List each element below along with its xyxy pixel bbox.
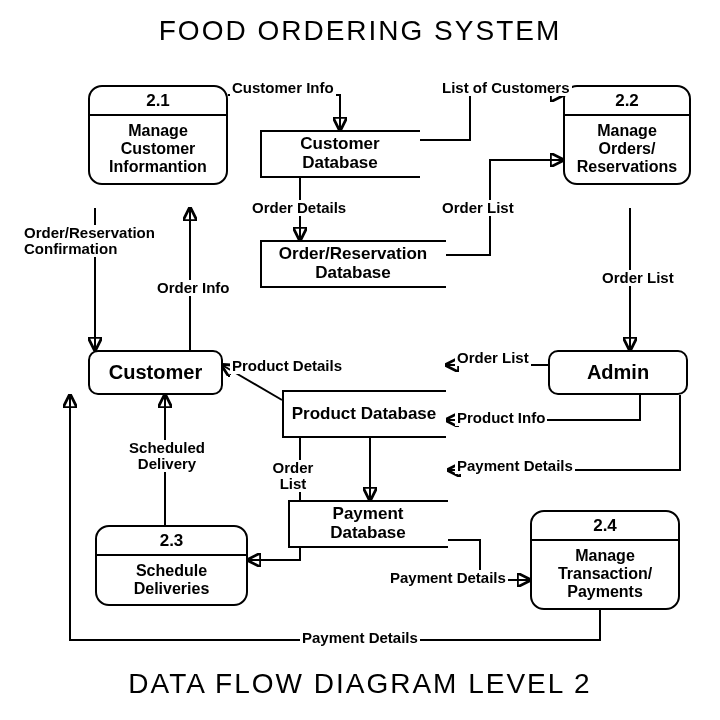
process-label: Manage Transaction/ Payments	[532, 541, 678, 608]
flow-label: Order List	[600, 270, 676, 286]
process-number: 2.3	[97, 527, 246, 556]
flow-label: Payment Details	[388, 570, 508, 586]
entity-customer: Customer	[88, 350, 223, 395]
datastore-product-db: Product Database	[282, 390, 446, 438]
flow-label: Payment Details	[455, 458, 575, 474]
datastore-label: Order/Reservation Database	[268, 245, 438, 282]
flow-label: Product Details	[230, 358, 344, 374]
process-number: 2.2	[565, 87, 689, 116]
flow-label: Order/Reservation Confirmation	[22, 225, 156, 257]
datastore-order-db: Order/Reservation Database	[260, 240, 446, 288]
entity-admin: Admin	[548, 350, 688, 395]
datastore-label: Product Database	[292, 405, 437, 424]
diagram-title: FOOD ORDERING SYSTEM	[0, 15, 720, 47]
process-2-1: 2.1 Manage Customer Informantion	[88, 85, 228, 185]
datastore-payment-db: Payment Database	[288, 500, 448, 548]
flow-label: Customer Info	[230, 80, 336, 96]
flow-label: Order Details	[250, 200, 348, 216]
process-2-4: 2.4 Manage Transaction/ Payments	[530, 510, 680, 610]
process-label: Schedule Deliveries	[97, 556, 246, 605]
process-number: 2.4	[532, 512, 678, 541]
datastore-customer-db: Customer Database	[260, 130, 420, 178]
flow-label: Order List	[440, 200, 516, 216]
diagram-subtitle: DATA FLOW DIAGRAM LEVEL 2	[0, 668, 720, 700]
flow-label: Product Info	[455, 410, 547, 426]
flow-label: Order List	[455, 350, 531, 366]
process-2-3: 2.3 Schedule Deliveries	[95, 525, 248, 606]
flow-label: Scheduled Delivery	[120, 440, 214, 472]
datastore-label: Customer Database	[268, 135, 412, 172]
flow-label: Payment Details	[300, 630, 420, 646]
process-label: Manage Customer Informantion	[90, 116, 226, 183]
process-2-2: 2.2 Manage Orders/ Reservations	[563, 85, 691, 185]
datastore-label: Payment Database	[296, 505, 440, 542]
dfd-canvas: FOOD ORDERING SYSTEM DATA FLOW DIAGRAM L…	[0, 0, 720, 720]
process-label: Manage Orders/ Reservations	[565, 116, 689, 183]
flow-label: Order Info	[155, 280, 232, 296]
flow-label: Order List	[265, 460, 321, 492]
flow-label: List of Customers	[440, 80, 572, 96]
process-number: 2.1	[90, 87, 226, 116]
